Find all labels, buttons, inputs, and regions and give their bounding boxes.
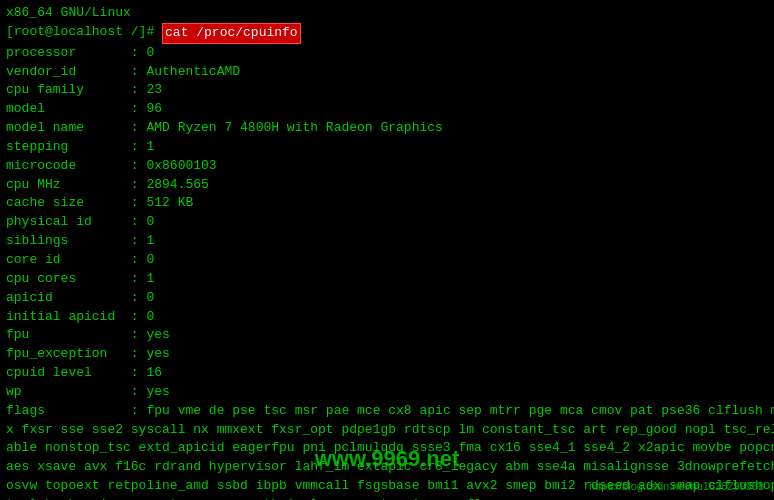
- terminal-line: stepping : 1: [6, 138, 768, 157]
- watermark-text: www.9969.net: [315, 446, 460, 472]
- prompt: [root@localhost /]#: [6, 23, 162, 44]
- terminal: x86_64 GNU/Linux [root@localhost /]# cat…: [0, 0, 774, 500]
- terminal-line: wp : yes: [6, 383, 768, 402]
- terminal-line: t clwb sha_ni xsaveopt xsavec xgetbv1 cl…: [6, 496, 768, 500]
- terminal-line: microcode : 0x8600103: [6, 157, 768, 176]
- terminal-line: vendor_id : AuthenticAMD: [6, 63, 768, 82]
- terminal-line: fpu : yes: [6, 326, 768, 345]
- terminal-line: cache size : 512 KB: [6, 194, 768, 213]
- terminal-line: cpu family : 23: [6, 81, 768, 100]
- terminal-line: processor : 0: [6, 44, 768, 63]
- terminal-line: cpu MHz : 2894.565: [6, 176, 768, 195]
- terminal-line: core id : 0: [6, 251, 768, 270]
- output-lines: processor : 0vendor_id : AuthenticAMDcpu…: [6, 44, 768, 500]
- terminal-line: fpu_exception : yes: [6, 345, 768, 364]
- terminal-line: apicid : 0: [6, 289, 768, 308]
- command: cat /proc/cpuinfo: [162, 23, 301, 44]
- terminal-line: cpuid level : 16: [6, 364, 768, 383]
- terminal-line: initial apicid : 0: [6, 308, 768, 327]
- command-line: [root@localhost /]# cat /proc/cpuinfo: [6, 23, 768, 44]
- terminal-line: physical id : 0: [6, 213, 768, 232]
- top-line: x86_64 GNU/Linux: [6, 4, 768, 23]
- terminal-line: x fxsr sse sse2 syscall nx mmxext fxsr_o…: [6, 421, 768, 440]
- terminal-line: model : 96: [6, 100, 768, 119]
- terminal-line: siblings : 1: [6, 232, 768, 251]
- terminal-line: model name : AMD Ryzen 7 4800H with Rade…: [6, 119, 768, 138]
- terminal-line: cpu cores : 1: [6, 270, 768, 289]
- watermark-url: https://blog.csdn.net/hu1628299958: [589, 480, 764, 492]
- terminal-line: flags : fpu vme de pse tsc msr pae mce c…: [6, 402, 768, 421]
